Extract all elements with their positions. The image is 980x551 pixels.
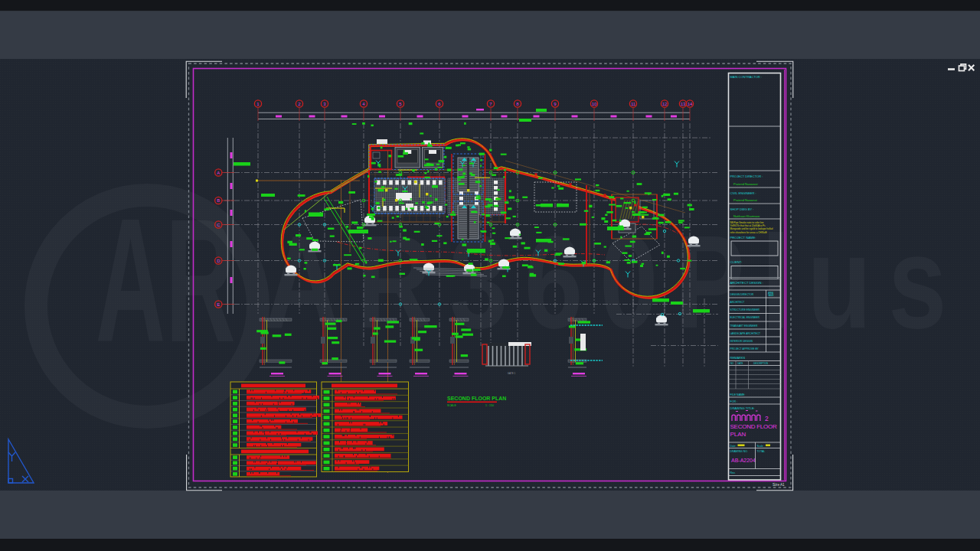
svg-text:CLIENT:: CLIENT: bbox=[730, 260, 743, 264]
svg-text:REMARKS: REMARKS bbox=[730, 356, 746, 360]
svg-text:10: 10 bbox=[592, 102, 597, 106]
svg-text:FOR :: FOR : bbox=[730, 400, 738, 403]
svg-text:Date :: Date : bbox=[730, 445, 737, 448]
svg-text:AREA: AREA bbox=[768, 292, 773, 295]
svg-text:GATE 1: GATE 1 bbox=[508, 372, 516, 375]
svg-text:AR360Plus: AR360Plus bbox=[264, 208, 963, 355]
svg-text:SECOND FLOOR: SECOND FLOOR bbox=[730, 423, 777, 430]
svg-text:STRUCTURE ENGINEER: STRUCTURE ENGINEER bbox=[730, 308, 760, 311]
svg-text:Pratend Nawawat: Pratend Nawawat bbox=[733, 182, 758, 186]
svg-text:Mongoode and be egold to looko: Mongoode and be egold to lookope hollad bbox=[730, 227, 773, 230]
svg-text:MAIN CONTRACTOR :: MAIN CONTRACTOR : bbox=[730, 75, 762, 79]
svg-text:Natthawi Khamsaw: Natthawi Khamsaw bbox=[733, 214, 760, 218]
svg-text:13: 13 bbox=[681, 102, 686, 106]
svg-text:PROJECT APPROVE BY: PROJECT APPROVE BY bbox=[730, 347, 760, 350]
svg-text:2: 2 bbox=[765, 415, 769, 422]
svg-text:ELECTRICAL ENGINEER: ELECTRICAL ENGINEER bbox=[730, 316, 760, 319]
svg-text:ARCHITECT: ARCHITECT bbox=[730, 301, 745, 304]
svg-text:D: D bbox=[217, 259, 220, 263]
svg-text:ARCHITECT DESIGN :: ARCHITECT DESIGN : bbox=[730, 281, 763, 285]
svg-text:CIVIL ENGINEER :: CIVIL ENGINEER : bbox=[730, 191, 756, 195]
svg-text:DRAWING NO.: DRAWING NO. bbox=[730, 450, 748, 453]
svg-text:E: E bbox=[217, 302, 220, 307]
svg-text:B: B bbox=[217, 198, 220, 203]
svg-text:FILE NAME:: FILE NAME: bbox=[730, 393, 746, 396]
svg-text:PROJECT DIRECTOR :: PROJECT DIRECTOR : bbox=[730, 174, 763, 178]
svg-text:SCALE: SCALE bbox=[447, 404, 456, 407]
svg-text:C: C bbox=[217, 223, 220, 227]
svg-text:AR: AR bbox=[96, 182, 236, 379]
svg-text:AB-A2204: AB-A2204 bbox=[731, 458, 756, 463]
svg-text:A: A bbox=[217, 171, 220, 175]
svg-text:11: 11 bbox=[631, 102, 636, 106]
svg-text:Pratend Nawanat: Pratend Nawanat bbox=[733, 198, 758, 202]
svg-text:PLAN: PLAN bbox=[730, 431, 746, 438]
svg-text:NB:Pipe Smoke note to color li: NB:Pipe Smoke note to color line bbox=[730, 221, 764, 224]
svg-text:SECOND FLOOR PLAN: SECOND FLOOR PLAN bbox=[447, 396, 506, 401]
svg-text:TRANSART ENGINEER: TRANSART ENGINEER bbox=[730, 324, 758, 328]
svg-text:1 : 150: 1 : 150 bbox=[485, 404, 494, 407]
svg-text:TOTAL: TOTAL bbox=[757, 450, 766, 453]
svg-text:LANDSCAPE ARCHITECT: LANDSCAPE ARCHITECT bbox=[730, 332, 761, 335]
svg-text:SHOP DWG BY :: SHOP DWG BY : bbox=[730, 207, 754, 211]
svg-text:DESCRIPTION: DESCRIPTION bbox=[753, 362, 768, 365]
svg-text:14: 14 bbox=[688, 102, 693, 106]
svg-text:DESIGN DIRECTOR: DESIGN DIRECTOR bbox=[730, 293, 754, 296]
svg-text:Size A1: Size A1 bbox=[773, 483, 785, 487]
svg-text:12: 12 bbox=[662, 102, 668, 106]
svg-text:NAME: NAME bbox=[768, 294, 774, 297]
svg-text:DRAWING TITLE:: DRAWING TITLE: bbox=[730, 406, 755, 410]
svg-text:Rev.: Rev. bbox=[730, 471, 736, 474]
svg-text:DATE: DATE bbox=[737, 362, 743, 365]
svg-text:PROJECT NAME:: PROJECT NAME: bbox=[730, 236, 756, 240]
svg-text:Scale :: Scale : bbox=[757, 445, 765, 448]
svg-text:refer elsewhere for areas a CH: refer elsewhere for areas a CHINolE bbox=[730, 231, 767, 234]
svg-text:YellNOTe that that at 20x80A t: YellNOTe that that at 20x80A to Ps bbox=[730, 224, 766, 227]
svg-text:INTERIOR DESIGN: INTERIOR DESIGN bbox=[730, 340, 753, 343]
